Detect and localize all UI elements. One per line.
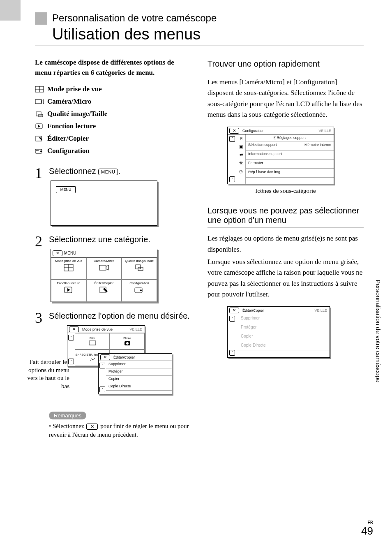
category-cell[interactable]: Éditer/Copier	[86, 280, 122, 302]
scroll-up-button[interactable]: ˄	[99, 363, 105, 368]
svg-rect-12	[36, 150, 39, 151]
grid-icon	[35, 86, 44, 93]
page-content: Personnalisation de votre caméscope Util…	[35, 12, 364, 447]
svg-rect-6	[39, 114, 43, 117]
option-cell[interactable]: Photo	[110, 333, 145, 350]
step-number: 1	[35, 166, 49, 226]
list-item[interactable]: Copier	[106, 376, 172, 383]
list-item[interactable]: Informations support	[246, 150, 334, 160]
camera-icon	[35, 98, 44, 105]
figure-caption: Icônes de sous-catégorie	[208, 188, 364, 194]
svg-rect-13	[36, 152, 39, 152]
left-column: Le caméscope dispose de différentes opti…	[35, 58, 191, 447]
svg-point-28	[126, 342, 129, 345]
scroll-down-button[interactable]: ˅	[68, 359, 74, 364]
notes-text: • Sélectionnez ✕ pour finir de régler le…	[49, 422, 191, 439]
list-item[interactable]: Protéger	[106, 368, 172, 376]
list-item[interactable]: Formater	[246, 160, 334, 169]
lcd-screen-config: ✕ConfigurationVEILLE ˄˅ ⎘ ▣ ⇄ ⚒ ◷ ⎘ Régl…	[227, 127, 334, 184]
scroll-down-button[interactable]: ˅	[229, 350, 235, 356]
category-cell[interactable]: Mode prise de vue	[51, 257, 86, 280]
category-cell[interactable]: Qualité image/Taille	[122, 257, 157, 280]
svg-point-11	[40, 150, 42, 152]
menu-item-label: Fonction lecture	[47, 122, 96, 130]
menu-touch-button[interactable]: MENU	[56, 186, 76, 193]
scroll-up-button[interactable]: ˄	[229, 316, 235, 322]
option-cell[interactable]: Film	[75, 333, 110, 350]
svg-point-25	[140, 289, 142, 291]
scroll-up-button[interactable]: ˄	[229, 136, 235, 142]
svg-marker-22	[67, 288, 70, 292]
side-vertical-label: Personnalisation de votre caméscope	[375, 280, 382, 382]
close-button[interactable]: ✕	[100, 354, 110, 360]
notes-label: Remarques	[49, 412, 86, 419]
list-item-disabled: Copier	[237, 332, 330, 341]
menu-category-list: Mode prise de vue Caméra/Micro Qualité i…	[35, 85, 191, 155]
subsection-title: ⎘ Réglages support	[246, 134, 334, 141]
config-icon	[35, 148, 44, 154]
quality-icon	[35, 111, 44, 117]
step-2: 2 Sélectionnez une catégorie. ✕MENU Mode…	[35, 234, 191, 302]
paragraph: Lorsque vous sélectionnez une option de …	[208, 257, 364, 300]
close-button[interactable]: ✕	[53, 250, 62, 256]
page-title: Utilisation des menus	[52, 25, 217, 43]
list-item-disabled: Supprimer	[237, 314, 330, 323]
lcd-screen-menu: MENU	[51, 181, 157, 226]
paragraph: Les réglages ou options de menu grisé(e)…	[208, 233, 364, 255]
step-number: 2	[35, 234, 49, 302]
language-code: FR	[361, 520, 373, 525]
menu-item-label: Caméra/Micro	[47, 97, 91, 106]
scroll-caption: Fait dérouler les options du menu vers l…	[24, 358, 69, 390]
lcd-screen-greyed: ✕Éditer/CopierVEILLE ˄˅ Supprimer Protég…	[227, 306, 330, 358]
side-tab	[0, 0, 21, 21]
svg-marker-4	[42, 100, 44, 104]
svg-marker-18	[106, 265, 108, 270]
menu-item-label: Qualité image/Taille	[47, 110, 107, 118]
playback-icon[interactable]: ▣	[238, 144, 244, 150]
page-header: Personnalisation de votre caméscope Util…	[35, 12, 364, 46]
close-icon: ✕	[86, 424, 98, 430]
edit-icon	[35, 135, 44, 142]
general-icon[interactable]: ⚒	[238, 161, 244, 167]
menu-item-label: Configuration	[47, 147, 90, 155]
svg-rect-17	[99, 265, 106, 270]
lcd-screen-options-b: ✕Éditer/Copier ˄˅ Supprimer Protéger Cop…	[98, 353, 172, 394]
page-footer: FR 49	[361, 520, 373, 537]
intro-text: Le caméscope dispose de différentes opti…	[35, 58, 191, 78]
scroll-up-button[interactable]: ˄	[68, 335, 74, 340]
list-item[interactable]: Copie Directe	[106, 383, 172, 391]
menu-button-label: MENU	[98, 169, 118, 175]
step-title: Sélectionnez une catégorie.	[49, 234, 191, 245]
clock-icon[interactable]: ◷	[238, 169, 244, 175]
section-heading: Lorsque vous ne pouvez pas sélectionner …	[208, 206, 364, 227]
scroll-down-button[interactable]: ˅	[99, 387, 105, 392]
connection-icon[interactable]: ⇄	[238, 153, 244, 158]
close-button[interactable]: ✕	[229, 128, 239, 134]
list-item[interactable]: Supprimer	[106, 361, 172, 368]
category-cell[interactable]: Fonction lecture	[51, 280, 86, 302]
svg-rect-26	[89, 341, 96, 345]
category-cell[interactable]: Configuration	[122, 280, 157, 302]
list-item[interactable]: Sélection supportMémoire interne	[246, 141, 334, 150]
section-heading: Trouver une option rapidement	[208, 59, 364, 71]
svg-rect-3	[35, 100, 42, 104]
media-icon[interactable]: ⎘	[238, 136, 244, 142]
header-label: MENU	[64, 251, 76, 255]
list-item-disabled: Protéger	[237, 323, 330, 332]
page-number: 49	[361, 525, 373, 537]
step-title: Sélectionnez l'option de menu désirée.	[49, 310, 191, 321]
step-3: 3 Sélectionnez l'option de menu désirée.…	[35, 310, 191, 439]
right-column: Trouver une option rapidement Les menus …	[208, 58, 364, 447]
list-item[interactable]: Rép.f.base.don.img	[246, 169, 334, 178]
menu-item-label: Éditer/Copier	[47, 134, 89, 143]
svg-marker-8	[38, 125, 40, 127]
menu-item-label: Mode prise de vue	[47, 85, 102, 93]
playback-icon	[35, 123, 44, 130]
close-button[interactable]: ✕	[69, 326, 79, 332]
scroll-down-button[interactable]: ˅	[229, 176, 235, 182]
step-1: 1 Sélectionnez MENU. MENU	[35, 166, 191, 226]
step-title: Sélectionnez MENU.	[49, 166, 191, 176]
category-cell[interactable]: Caméra/Micro	[86, 257, 122, 280]
close-button[interactable]: ✕	[229, 308, 239, 313]
header-block-icon	[35, 12, 47, 25]
